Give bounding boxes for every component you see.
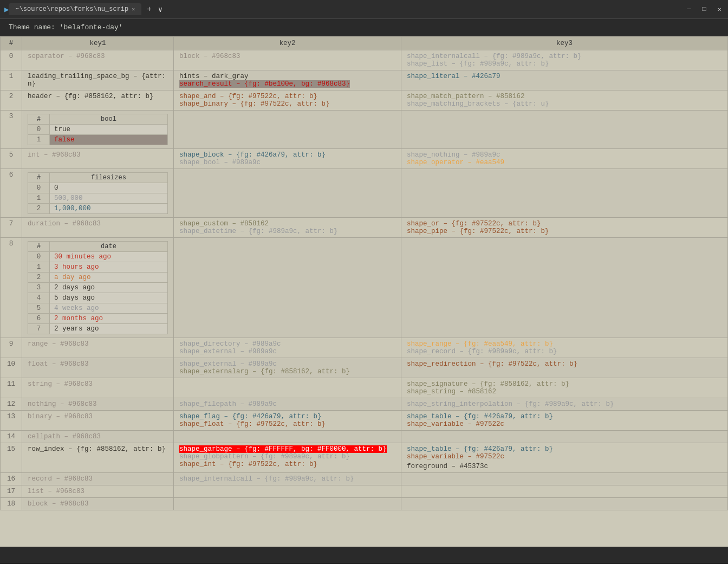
new-tab-button[interactable]: + [144,5,154,14]
row-key2: shape_block – {fg: #426a79, attr: b} sha… [174,149,401,169]
row-key1: record – #968c83 [22,473,174,485]
row-key3: shape_range – {fg: #eaa549, attr: b} sha… [401,338,728,358]
row-key3 [401,431,728,443]
table-header-row: # key1 key2 key3 [1,37,728,50]
row-key3: shape_string_interpolation – {fg: #989a9… [401,398,728,411]
row-key2: shape_directory – #989a9c shape_external… [174,338,401,358]
table-row: 16 record – #968c83 shape_internalcall –… [1,473,728,485]
row-key3 [401,498,728,510]
row-key3: shape_match_pattern – #858162 shape_matc… [401,90,728,111]
row-key2: shape_external – #989a9c shape_externala… [174,358,401,378]
statusbar [0,547,728,563]
table-row: 15 row_index – {fg: #858162, attr: b} sh… [1,443,728,473]
table-row: 5 int – #968c83 shape_block – {fg: #426a… [1,149,728,169]
theme-name-bar: Theme name: 'belafonte-day' [0,19,728,36]
row-key1: int – #968c83 [22,149,174,169]
row-key3: shape_redirection – {fg: #97522c, attr: … [401,358,728,378]
row-index: 13 [1,411,22,431]
table-row: 3 # bool 0 [1,111,728,149]
row-index: 5 [1,149,22,169]
table-row: 17 list – #968c83 [1,485,728,498]
table-row: 1 leading_trailing_space_bg – {attr: n} … [1,70,728,90]
main-content: # key1 key2 key3 0 separator – #968c83 b… [0,36,728,547]
row-key1: # date 030 minutes ago 13 hours ago 2a d… [22,238,174,338]
close-button[interactable]: ✕ [715,5,724,14]
table-row: 9 range – #968c83 shape_directory – #989… [1,338,728,358]
row-index: 0 [1,50,22,70]
table-row: 10 float – #968c83 shape_external – #989… [1,358,728,378]
table-row: 11 string – #968c83 shape_signature – {f… [1,378,728,398]
inner-bool-table: # bool 0 true 1 [28,114,168,145]
row-key1: float – #968c83 [22,358,174,378]
row-key3: shape_or – {fg: #97522c, attr: b} shape_… [401,218,728,238]
row-key2 [174,169,401,218]
row-key2: shape_garbage – {fg: #FFFFFF, bg: #FF000… [174,443,401,473]
row-key2: shape_custom – #858162 shape_datetime – … [174,218,401,238]
data-table: # key1 key2 key3 0 separator – #968c83 b… [0,36,728,510]
tab-dropdown-button[interactable]: ∨ [155,5,166,14]
row-index: 8 [1,238,22,338]
table-row: 7 duration – #968c83 shape_custom – #858… [1,218,728,238]
row-key1: string – #968c83 [22,378,174,398]
row-key3: shape_literal – #426a79 [401,70,728,90]
row-index: 17 [1,485,22,498]
table-row: 6 # filesizes 0 [1,169,728,218]
titlebar: ▶ ~\source\repos\forks\nu_scrip ✕ + ∨ ─ … [0,0,728,19]
row-index: 12 [1,398,22,411]
table-row: 13 binary – #968c83 shape_flag – {fg: #4… [1,411,728,431]
row-index: 10 [1,358,22,378]
col-header-key1: key1 [22,37,174,50]
inner-filesizes-table: # filesizes 0 0 1 [28,172,168,214]
row-key1: duration – #968c83 [22,218,174,238]
minimize-button[interactable]: ─ [685,5,693,14]
row-key2 [174,431,401,443]
row-key1: block – #968c83 [22,498,174,510]
row-index: 1 [1,70,22,90]
row-key2: hints – dark_gray search_result – {fg: #… [174,70,401,90]
row-key1: separator – #968c83 [22,50,174,70]
row-key3: shape_internalcall – {fg: #989a9c, attr:… [401,50,728,70]
row-key2: shape_filepath – #989a9c [174,398,401,411]
row-key2: shape_and – {fg: #97522c, attr: b} shape… [174,90,401,111]
row-index: 7 [1,218,22,238]
row-key3 [401,485,728,498]
table-container[interactable]: # key1 key2 key3 0 separator – #968c83 b… [0,36,728,547]
row-key2 [174,238,401,338]
row-key3: shape_signature – {fg: #858162, attr: b}… [401,378,728,398]
table-row: 2 header – {fg: #858162, attr: b} shape_… [1,90,728,111]
table-row: 0 separator – #968c83 block – #968c83 sh… [1,50,728,70]
row-key1: # bool 0 true 1 [22,111,174,149]
row-key1: cellpath – #968c83 [22,431,174,443]
row-key1: row_index – {fg: #858162, attr: b} [22,443,174,473]
row-key2 [174,498,401,510]
table-row: 8 # date 030 minutes ago 13 h [1,238,728,338]
col-header-index: # [1,37,22,50]
row-index: 9 [1,338,22,358]
row-index: 15 [1,443,22,473]
maximize-button[interactable]: □ [700,5,708,14]
row-key2: shape_internalcall – {fg: #989a9c, attr:… [174,473,401,485]
row-key1: range – #968c83 [22,338,174,358]
row-key3 [401,473,728,485]
row-index: 16 [1,473,22,485]
tab-close-button[interactable]: ✕ [132,6,135,12]
row-key3: shape_nothing – #989a9c shape_operator –… [401,149,728,169]
theme-name-text: Theme name: 'belafonte-day' [9,23,123,31]
row-key3 [401,111,728,149]
row-key1: list – #968c83 [22,485,174,498]
row-key2: shape_flag – {fg: #426a79, attr: b} shap… [174,411,401,431]
row-key2 [174,378,401,398]
row-key3: shape_table – {fg: #426a79, attr: b} sha… [401,411,728,431]
tab-icon: ▶ [4,5,9,14]
inner-date-table: # date 030 minutes ago 13 hours ago 2a d… [28,241,168,334]
tab-label: ~\source\repos\forks\nu_scrip [15,5,128,13]
window-controls: ─ □ ✕ [685,5,724,14]
row-index: 6 [1,169,22,218]
active-tab[interactable]: ~\source\repos\forks\nu_scrip ✕ [9,3,141,15]
col-header-key2: key2 [174,37,401,50]
row-key3: shape_table – {fg: #426a79, attr: b} sha… [401,443,728,473]
row-index: 14 [1,431,22,443]
table-row: 14 cellpath – #968c83 [1,431,728,443]
row-index: 11 [1,378,22,398]
row-key3 [401,169,728,218]
